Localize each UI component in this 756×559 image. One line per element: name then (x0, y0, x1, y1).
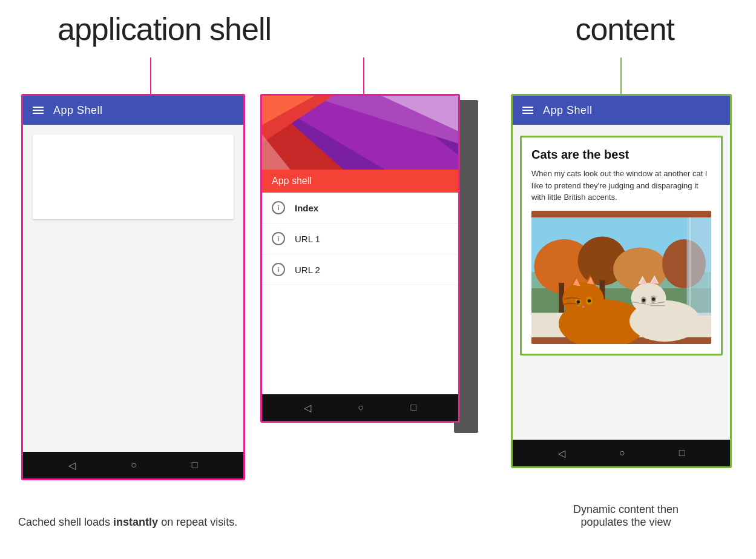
hamburger-icon (33, 107, 44, 114)
menu-item-label: URL 2 (295, 265, 320, 275)
recents-button[interactable]: □ (679, 448, 685, 458)
home-button[interactable]: ○ (358, 402, 364, 413)
phone1-frame: App Shell ◁ ○ □ (21, 94, 245, 480)
home-button[interactable]: ○ (131, 460, 137, 471)
green-connector (620, 58, 622, 94)
back-button[interactable]: ◁ (558, 448, 565, 459)
phone3-title: App Shell (543, 104, 593, 117)
recents-button[interactable]: □ (411, 402, 417, 413)
info-icon-1: i (272, 201, 285, 214)
home-button[interactable]: ○ (619, 448, 625, 458)
phone2-menu-list: i Index i URL 1 i URL 2 (262, 193, 458, 394)
article-body: When my cats look out the window at anot… (531, 168, 711, 203)
recents-button[interactable]: □ (192, 460, 198, 471)
cat-photo (531, 211, 711, 344)
phone2-android-nav: ◁ ○ □ (262, 394, 458, 421)
hamburger-icon (522, 107, 533, 114)
page-layout: application shell content App Shell ◁ ○ … (0, 0, 756, 559)
svg-point-21 (562, 282, 603, 317)
svg-rect-19 (689, 217, 691, 316)
svg-point-28 (577, 300, 580, 303)
caption-right: Dynamic content then populates the view (514, 503, 738, 529)
phone2-frame: App shell i Index i URL 1 i URL 2 ◁ ○ □ (260, 94, 460, 423)
back-button[interactable]: ◁ (68, 460, 76, 471)
article-title: Cats are the best (531, 147, 711, 162)
content-heading: content (575, 11, 674, 47)
caption-left: Cached shell loads instantly on repeat v… (18, 516, 272, 529)
list-item[interactable]: i URL 1 (262, 223, 458, 254)
phone1-title: App Shell (53, 104, 103, 117)
svg-point-32 (631, 283, 666, 313)
list-item[interactable]: i Index (262, 193, 458, 223)
phone1-android-nav: ◁ ○ □ (23, 452, 243, 478)
pink-connector-right (363, 58, 364, 94)
menu-item-label: Index (295, 203, 318, 213)
svg-point-40 (652, 297, 655, 300)
svg-point-39 (642, 299, 645, 302)
caption-right-line1: Dynamic content then (573, 503, 679, 515)
phone3-frame: App Shell Cats are the best When my cats… (511, 94, 732, 468)
back-button[interactable]: ◁ (304, 402, 311, 414)
phone3-android-nav: ◁ ○ □ (513, 440, 730, 466)
info-icon-3: i (272, 263, 285, 276)
article-card: Cats are the best When my cats look out … (520, 136, 723, 356)
phone1-app-bar: App Shell (23, 96, 243, 125)
menu-item-label: URL 1 (295, 234, 320, 244)
pink-connector-left (150, 58, 151, 94)
phone1-content-card (33, 134, 234, 219)
info-icon-2: i (272, 232, 285, 245)
phone3-app-bar: App Shell (513, 96, 730, 125)
list-item[interactable]: i URL 2 (262, 254, 458, 285)
svg-point-13 (613, 247, 668, 291)
app-shell-overlay-text: App shell (262, 170, 458, 193)
app-shell-heading: application shell (58, 11, 271, 47)
svg-point-29 (588, 299, 591, 302)
caption-bold: instantly (113, 516, 158, 528)
caption-right-line2: populates the view (580, 516, 671, 528)
phone2-hero: App shell (262, 96, 458, 193)
